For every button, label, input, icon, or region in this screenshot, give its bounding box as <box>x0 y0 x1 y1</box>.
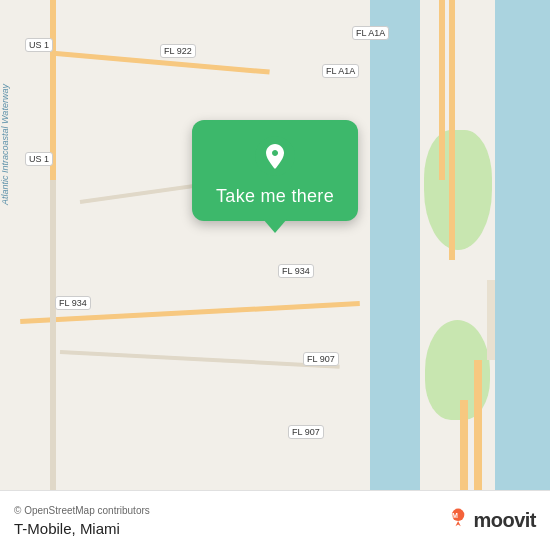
road-label-us1-bottom: US 1 <box>25 152 53 166</box>
take-me-there-label: Take me there <box>216 186 334 207</box>
road-fl907-1 <box>474 360 482 490</box>
svg-text:M: M <box>452 512 458 520</box>
moovit-brand-icon: M <box>435 505 467 537</box>
bottom-bar: © OpenStreetMap contributors T-Mobile, M… <box>0 490 550 550</box>
road-label-fl907-top: FL 907 <box>303 352 339 366</box>
svg-rect-1 <box>435 505 467 537</box>
take-me-there-popup[interactable]: Take me there <box>192 120 358 221</box>
road-fla1a-2 <box>439 0 445 180</box>
location-info-block: © OpenStreetMap contributors T-Mobile, M… <box>14 505 150 537</box>
moovit-logo: M moovit <box>435 505 536 537</box>
road-label-fla1a-top: FL A1A <box>352 26 389 40</box>
road-label-fl934-right: FL 934 <box>278 264 314 278</box>
road-connector <box>50 180 56 490</box>
road-fl907-2 <box>460 400 468 490</box>
road-fla1a-1 <box>449 0 455 260</box>
waterway-label: Atlantic Intracoastal Waterway <box>0 84 10 205</box>
moovit-brand-text: moovit <box>473 509 536 532</box>
road-label-us1-top: US 1 <box>25 38 53 52</box>
road-label-fl934-left: FL 934 <box>55 296 91 310</box>
location-name: T-Mobile, Miami <box>14 520 150 537</box>
location-pin-icon <box>255 136 295 176</box>
intracoastal-waterway <box>380 0 420 490</box>
road-fl934-barrier <box>487 280 495 360</box>
osm-attribution: © OpenStreetMap contributors <box>14 505 150 516</box>
road-label-fla1a-mid: FL A1A <box>322 64 359 78</box>
road-label-fl922: FL 922 <box>160 44 196 58</box>
park-top <box>424 130 492 250</box>
road-label-fl907-bottom: FL 907 <box>288 425 324 439</box>
map: Atlantic Intracoastal Waterway US 1 US 1… <box>0 0 550 490</box>
